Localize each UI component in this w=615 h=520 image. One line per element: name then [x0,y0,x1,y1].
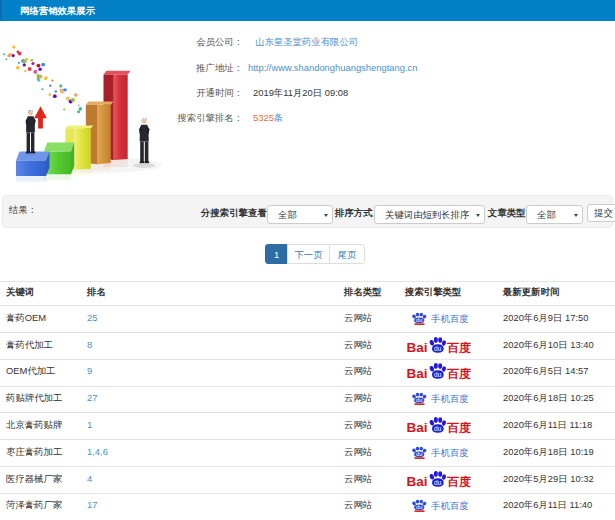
svg-text:百度: 百度 [446,367,471,381]
svg-text:du: du [434,371,442,378]
svg-text:Bai: Bai [407,366,428,381]
svg-text:Bai: Bai [407,339,428,354]
svg-text:du: du [416,398,422,403]
svg-text:手机百度: 手机百度 [431,447,469,458]
svg-text:百度: 百度 [446,474,471,488]
svg-text:百度: 百度 [446,340,471,354]
svg-text:du: du [434,424,442,431]
svg-text:手机百度: 手机百度 [431,500,469,511]
svg-text:du: du [434,344,442,351]
svg-text:du: du [416,451,422,456]
svg-text:du: du [416,317,422,322]
svg-text:Bai: Bai [407,473,428,488]
svg-text:手机百度: 手机百度 [431,393,469,404]
svg-text:Bai: Bai [407,419,428,434]
svg-text:du: du [416,505,422,510]
svg-text:du: du [434,478,442,485]
svg-text:百度: 百度 [446,420,471,434]
svg-text:手机百度: 手机百度 [431,313,469,324]
